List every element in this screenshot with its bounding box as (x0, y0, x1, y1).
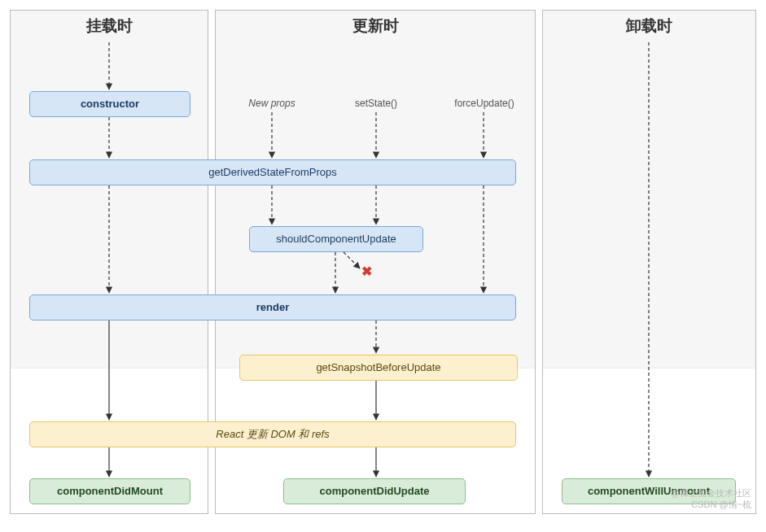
trigger-forceupdate: forceUpdate() (448, 98, 521, 109)
trigger-new-props: New props (239, 98, 304, 109)
box-component-did-update: componentDidUpdate (283, 478, 466, 504)
watermark-2: CSDN @情~梳 (691, 499, 751, 511)
col-title-unmount: 卸载时 (543, 15, 755, 37)
box-get-snapshot-before-update: getSnapshotBeforeUpdate (239, 355, 518, 381)
lifecycle-diagram: 挂载时 更新时 卸载时 New props setState() forceUp… (10, 10, 756, 514)
watermark-1: @稀土掘金技术社区 (671, 487, 751, 499)
col-title-update: 更新时 (216, 15, 535, 37)
box-constructor: constructor (29, 91, 190, 117)
box-component-did-mount: componentDidMount (29, 478, 190, 504)
trigger-setstate: setState() (344, 98, 409, 109)
box-react-update-dom: React 更新 DOM 和 refs (29, 421, 516, 447)
box-render: render (29, 294, 516, 321)
box-get-derived-state-from-props: getDerivedStateFromProps (29, 159, 516, 185)
panel-unmount: 卸载时 (542, 10, 756, 514)
scu-false-x-icon: ✖ (361, 264, 372, 279)
col-title-mount: 挂载时 (11, 15, 208, 37)
box-should-component-update: shouldComponentUpdate (249, 226, 423, 252)
